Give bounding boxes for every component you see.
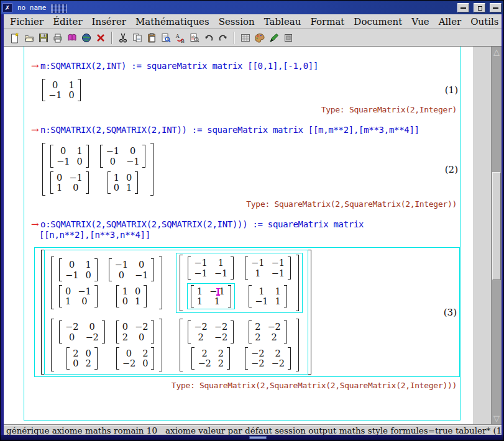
scroll-down-icon[interactable]: ▽ xyxy=(492,413,502,424)
toolbar: ABab xyxy=(4,29,502,47)
search-replace-button[interactable]: AB xyxy=(173,30,187,45)
matrix-cell: 0 xyxy=(73,358,78,368)
book-icon xyxy=(66,32,78,43)
matrix-cell: 1 xyxy=(114,173,119,183)
menu-insrer[interactable]: Insérer xyxy=(92,16,126,27)
pen-button[interactable] xyxy=(267,30,281,45)
input-code[interactable]: m:SQMATRIX(2,INT) := squareMatrix matrix… xyxy=(40,61,318,71)
matrix-grid: −200−20−220200202−20 xyxy=(54,319,159,371)
session-output[interactable]: 01−10−100−10−1101001(2) xyxy=(24,143,460,196)
matrix-cell: 1 xyxy=(197,286,203,296)
color-palette-button[interactable] xyxy=(252,30,267,45)
menu-aller[interactable]: Aller xyxy=(439,16,461,27)
search-button[interactable] xyxy=(158,30,173,45)
menu-vue[interactable]: Vue xyxy=(411,16,429,27)
matrix-grid: −11−1−1−1−11−11−11111−11 xyxy=(183,255,296,311)
shade-button[interactable] xyxy=(490,3,502,12)
table-icon xyxy=(240,32,251,43)
main-area: →m:SQMATRIX(2,INT) := squareMatrix matri… xyxy=(4,47,502,425)
menu-document[interactable]: Document xyxy=(354,16,402,27)
matrix-cell: 1 xyxy=(57,183,62,193)
matrix-cell: −1 xyxy=(106,146,119,156)
spell-check-button[interactable]: ab xyxy=(187,30,201,45)
scrollbar-thumb[interactable] xyxy=(492,172,501,280)
undo-button[interactable] xyxy=(201,30,216,45)
matrix-cell: −2 xyxy=(198,358,211,368)
maximize-button[interactable] xyxy=(474,3,485,12)
session-input[interactable]: →o:SQMATRIX(2,SQMATRIX(2,SQMATRIX(2,INT)… xyxy=(24,219,460,240)
matrix-cell: −2 xyxy=(251,348,264,358)
menu-mathmatiques[interactable]: Mathématiques xyxy=(135,16,209,27)
matrix-right-bracket xyxy=(288,347,291,370)
new-document-button[interactable] xyxy=(7,30,22,45)
matrix-grid: 01−10−100−10−1101001 xyxy=(45,143,150,196)
matrix-cell: 2 xyxy=(122,332,128,342)
horizontal-scrollbar-thumb[interactable] xyxy=(249,436,267,439)
paste-icon xyxy=(146,32,157,43)
menu-session[interactable]: Session xyxy=(219,16,255,27)
matrix-grid: 1−111 xyxy=(194,285,228,307)
type-annotation: Type: SquareMatrix(2,Integer) xyxy=(24,105,460,114)
input-code[interactable]: n:SQMATRIX(2,SQMATRIX(2,INT)) := squareM… xyxy=(40,125,419,135)
session-input[interactable]: →m:SQMATRIX(2,INT) := squareMatrix matri… xyxy=(24,60,460,71)
session-output[interactable]: 01−10−100−10−1101001−11−1−1−1−11−11−1111… xyxy=(34,247,460,377)
book-button[interactable] xyxy=(65,30,79,45)
matrix-cell: 0 xyxy=(52,80,58,90)
matrix: −11−1−1 xyxy=(188,257,234,279)
matrix-grid: 2−222 xyxy=(252,321,284,343)
print-button[interactable] xyxy=(50,30,65,45)
matrix-right-bracket xyxy=(94,347,98,370)
matrix-cell: 0 xyxy=(119,270,124,280)
focus-highlight-box: −11−1−1−1−11−11−11111−11 xyxy=(176,253,303,313)
document-canvas[interactable]: →m:SQMATRIX(2,INT) := squareMatrix matri… xyxy=(4,47,474,424)
save-button[interactable] xyxy=(36,30,50,45)
globe-icon xyxy=(81,32,92,43)
title-bar: ✗ no name xyxy=(1,1,503,14)
matrix-cell: 1 xyxy=(135,296,140,306)
matrix-cell: −1 xyxy=(209,286,225,296)
matrix-right-bracket xyxy=(159,319,162,371)
matrix: 0−110 xyxy=(50,171,89,194)
matrix-cell: 0 xyxy=(126,348,132,358)
close-button[interactable] xyxy=(93,30,108,45)
session-output[interactable]: 01−10(1) xyxy=(24,79,460,101)
matrix-cell: 2 xyxy=(85,358,91,368)
horizontal-scrollbar[interactable] xyxy=(1,435,503,440)
redo-button[interactable] xyxy=(216,30,230,45)
cut-button[interactable] xyxy=(116,30,130,45)
matrix: −100−1 xyxy=(100,145,146,167)
paste-button[interactable] xyxy=(144,30,158,45)
matrix-right-bracket xyxy=(308,250,311,375)
matrix-right-bracket xyxy=(151,347,154,370)
window-menu-button[interactable]: ✗ xyxy=(2,3,12,12)
input-code[interactable]: o:SQMATRIX(2,SQMATRIX(2,SQMATRIX(2,INT))… xyxy=(40,219,364,229)
frame-button[interactable] xyxy=(281,30,295,45)
menu-fichier[interactable]: Fichier xyxy=(10,16,44,27)
menu-tableau[interactable]: Tableau xyxy=(264,16,301,27)
scroll-up-icon[interactable]: △ xyxy=(492,47,502,58)
copy-button[interactable] xyxy=(130,30,144,45)
menu-format[interactable]: Format xyxy=(310,16,344,27)
matrix-grid: 22−22 xyxy=(195,347,227,370)
matrix-cell: 1 xyxy=(85,260,91,270)
session-input[interactable]: →n:SQMATRIX(2,SQMATRIX(2,INT)) := square… xyxy=(24,124,460,135)
matrix: 1001 xyxy=(116,285,147,307)
matrix-cell: 1 xyxy=(214,296,220,306)
matrix-cell: 0 xyxy=(85,348,91,358)
vertical-scrollbar[interactable]: △ ▽ xyxy=(491,47,502,424)
table-button[interactable] xyxy=(238,30,252,45)
matrix-cell: 2 xyxy=(275,348,281,358)
matrix: 0−110 xyxy=(59,285,98,307)
input-code-continuation[interactable]: [[n,n**2],[n**3,n**4]] xyxy=(24,230,460,240)
matrix-cell: −1 xyxy=(214,268,227,278)
iconify-button[interactable] xyxy=(457,3,469,12)
matrix: 22−22 xyxy=(191,347,230,370)
menu-outils[interactable]: Outils xyxy=(470,16,498,27)
open-document-button[interactable] xyxy=(22,30,36,45)
matrix-grid: −2−22−22−22222−22−22−2−2 xyxy=(183,319,296,371)
menu-bar: FichierÉditerInsérerMathématiquesSession… xyxy=(4,14,502,29)
menu-diter[interactable]: Éditer xyxy=(53,16,82,27)
globe-button[interactable] xyxy=(79,30,93,45)
matrix-grid: −200−2 xyxy=(62,321,102,343)
matrix-grid: 2002 xyxy=(70,347,94,370)
